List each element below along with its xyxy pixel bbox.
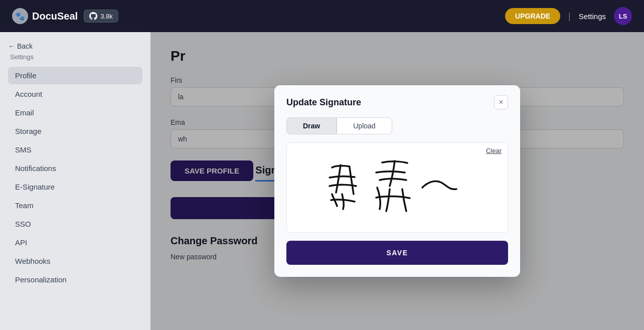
github-count: 3.8k bbox=[100, 13, 113, 20]
sidebar-item-team[interactable]: Team bbox=[8, 197, 142, 214]
update-signature-modal: Update Signature × Draw Upload Clear bbox=[274, 85, 520, 277]
sidebar-label-profile: Profile bbox=[15, 71, 37, 80]
nav-left: 🐾 DocuSeal 3.8k bbox=[12, 8, 118, 24]
main-content: Pr Firs Ema SAVE PROFILE Signature UPDAT… bbox=[150, 32, 644, 330]
sidebar-label-sso: SSO bbox=[15, 220, 31, 228]
avatar[interactable]: LS bbox=[614, 7, 632, 25]
sidebar-item-esignature[interactable]: E-Signature bbox=[8, 178, 142, 196]
sidebar-label-api: API bbox=[15, 238, 27, 247]
top-navigation: 🐾 DocuSeal 3.8k UPGRADE | Settings LS bbox=[0, 0, 644, 32]
sidebar-item-account[interactable]: Account bbox=[8, 85, 142, 103]
sidebar-item-api[interactable]: API bbox=[8, 234, 142, 251]
modal-close-button[interactable]: × bbox=[494, 95, 508, 109]
sidebar-item-sso[interactable]: SSO bbox=[8, 215, 142, 233]
modal-overlay[interactable]: Update Signature × Draw Upload Clear bbox=[150, 32, 644, 330]
upgrade-button[interactable]: UPGRADE bbox=[505, 8, 560, 24]
github-icon bbox=[89, 12, 97, 20]
signature-canvas-area[interactable]: Clear bbox=[286, 142, 508, 233]
tab-upload[interactable]: Upload bbox=[337, 117, 392, 134]
sidebar-label-sms: SMS bbox=[15, 145, 32, 154]
sidebar-item-notifications[interactable]: Notifications bbox=[8, 159, 142, 177]
modal-save-button[interactable]: SAVE bbox=[286, 241, 508, 265]
sidebar-label-account: Account bbox=[15, 90, 42, 98]
sidebar-item-sms[interactable]: SMS bbox=[8, 141, 142, 158]
nav-divider: | bbox=[568, 11, 571, 22]
sidebar-label-personalization: Personalization bbox=[15, 275, 67, 284]
signature-drawing bbox=[287, 143, 508, 232]
signature-svg bbox=[302, 150, 493, 225]
main-layout: ← Back Settings Profile Account Email St… bbox=[0, 32, 644, 330]
sidebar-item-webhooks[interactable]: Webhooks bbox=[8, 252, 142, 270]
clear-button[interactable]: Clear bbox=[486, 147, 502, 154]
modal-title: Update Signature bbox=[286, 97, 361, 108]
sidebar-item-personalization[interactable]: Personalization bbox=[8, 271, 142, 288]
sidebar-label-notifications: Notifications bbox=[15, 164, 56, 173]
github-button[interactable]: 3.8k bbox=[84, 10, 118, 23]
sidebar-item-storage[interactable]: Storage bbox=[8, 122, 142, 140]
logo-icon: 🐾 bbox=[12, 8, 28, 24]
sidebar: ← Back Settings Profile Account Email St… bbox=[0, 32, 150, 330]
back-link[interactable]: ← Back bbox=[8, 42, 142, 50]
sidebar-label-storage: Storage bbox=[15, 127, 42, 135]
logo-text: DocuSeal bbox=[32, 11, 78, 22]
nav-right: UPGRADE | Settings LS bbox=[505, 7, 632, 25]
sidebar-label-team: Team bbox=[15, 201, 34, 210]
sidebar-item-email[interactable]: Email bbox=[8, 104, 142, 121]
logo-area: 🐾 DocuSeal bbox=[12, 8, 78, 24]
nav-settings-label: Settings bbox=[579, 12, 606, 21]
sidebar-label-esignature: E-Signature bbox=[15, 183, 55, 191]
sidebar-section-label: Settings bbox=[8, 53, 142, 61]
modal-header: Update Signature × bbox=[274, 85, 520, 117]
modal-tabs: Draw Upload bbox=[274, 117, 520, 142]
tab-draw[interactable]: Draw bbox=[286, 117, 337, 134]
sidebar-label-webhooks: Webhooks bbox=[15, 257, 51, 265]
sidebar-item-profile[interactable]: Profile bbox=[8, 67, 142, 84]
sidebar-label-email: Email bbox=[15, 108, 34, 117]
